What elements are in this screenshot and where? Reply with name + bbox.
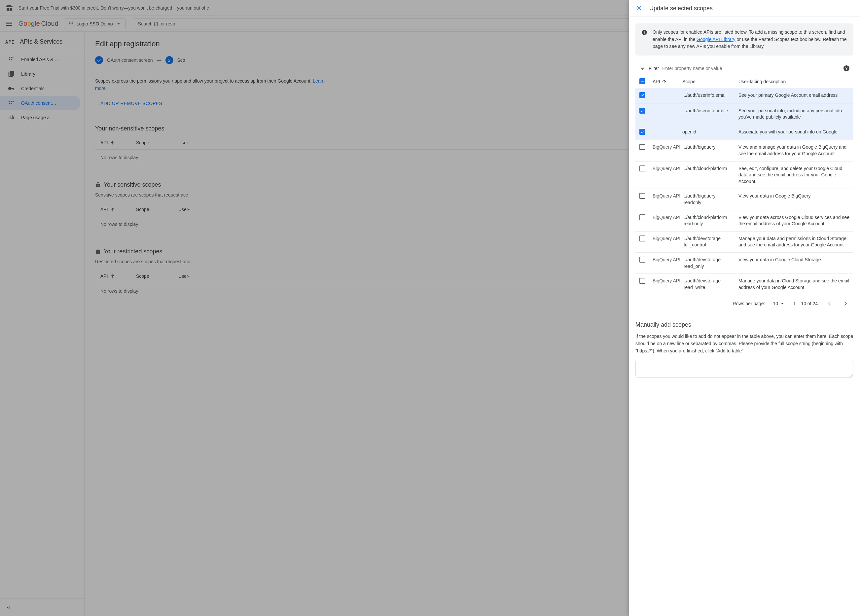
rpp-label: Rows per page: <box>733 301 765 306</box>
prev-page-button[interactable] <box>825 300 833 308</box>
chevron-down-icon <box>779 300 785 306</box>
scope-row: .../auth/userinfo.profileSee your person… <box>636 104 854 125</box>
scope-description: See your personal info, including any pe… <box>738 108 849 121</box>
rpp-select[interactable]: 10 <box>773 300 785 306</box>
scope-row: BigQuery API.../auth/bigqueryView and ma… <box>636 140 854 161</box>
scope-api: BigQuery API <box>653 257 682 263</box>
scope-path: .../auth/devstorage .full_control <box>682 236 738 248</box>
manual-scopes-textarea[interactable] <box>636 360 854 377</box>
scope-checkbox[interactable] <box>639 193 645 199</box>
scope-api: BigQuery API <box>653 236 682 242</box>
scope-description: Manage your data and permissions in Clou… <box>738 236 849 248</box>
scope-checkbox[interactable] <box>639 108 645 114</box>
scope-path: .../auth/userinfo.profile <box>682 108 738 114</box>
scope-api: BigQuery API <box>653 165 682 172</box>
filter-input[interactable] <box>662 66 840 71</box>
info-banner: Only scopes for enabled APIs are listed … <box>636 24 854 55</box>
help-icon[interactable]: ? <box>843 65 849 71</box>
scope-api: BigQuery API <box>653 278 682 284</box>
scope-path: .../auth/bigquery .readonly <box>682 193 738 206</box>
scope-path: .../auth/devstorage .read_write <box>682 278 738 291</box>
scope-path: openid <box>682 129 738 135</box>
scope-description: Manage your data in Cloud Storage and se… <box>738 278 849 291</box>
drawer-header: Update selected scopes <box>629 0 860 17</box>
scope-table: API Scope User-facing description .../au… <box>636 75 854 295</box>
scope-checkbox[interactable] <box>639 257 645 262</box>
scope-description: See your primary Google Account email ad… <box>738 92 849 99</box>
scope-row: BigQuery API.../auth/cloud-platform .rea… <box>636 211 854 231</box>
scope-api: BigQuery API <box>653 144 682 151</box>
api-library-link[interactable]: Google API Library <box>697 37 736 42</box>
scope-checkbox[interactable] <box>639 144 645 150</box>
manual-desc: If the scopes you would like to add do n… <box>636 333 854 354</box>
scope-path: .../auth/cloud-platform .read-only <box>682 214 738 227</box>
select-all-checkbox[interactable] <box>639 78 645 84</box>
scope-row: BigQuery API.../auth/devstorage .read_wr… <box>636 274 854 295</box>
scope-path: .../auth/devstorage .read_only <box>682 257 738 270</box>
scope-api: BigQuery API <box>653 193 682 200</box>
scope-description: View and manage your data in Google BigQ… <box>738 144 849 157</box>
scope-row: BigQuery API.../auth/devstorage .read_on… <box>636 253 854 274</box>
scope-checkbox[interactable] <box>639 165 645 171</box>
scope-row: .../auth/userinfo.emailSee your primary … <box>636 88 854 104</box>
drawer-title: Update selected scopes <box>649 5 713 12</box>
manual-title: Manually add scopes <box>636 321 854 328</box>
scope-checkbox[interactable] <box>639 92 645 98</box>
scope-description: View your data across Google Cloud servi… <box>738 214 849 227</box>
pagination: Rows per page: 10 1 – 10 of 24 <box>636 295 854 312</box>
info-icon <box>641 29 647 35</box>
scope-checkbox[interactable] <box>639 236 645 242</box>
scope-row: BigQuery API.../auth/cloud-platformSee, … <box>636 162 854 189</box>
scope-checkbox[interactable] <box>639 278 645 284</box>
filter-icon <box>639 65 645 71</box>
scope-path: .../auth/userinfo.email <box>682 92 738 99</box>
filter-label: Filter <box>649 66 659 71</box>
drawer-body: Only scopes for enabled APIs are listed … <box>629 17 860 616</box>
scope-checkbox[interactable] <box>639 214 645 220</box>
scope-checkbox[interactable] <box>639 129 645 135</box>
scope-api: BigQuery API <box>653 214 682 221</box>
scopes-drawer: Update selected scopes Only scopes for e… <box>629 0 860 616</box>
scope-description: See, edit, configure, and delete your Go… <box>738 165 849 185</box>
scope-description: View your data in Google BigQuery <box>738 193 849 200</box>
scope-path: .../auth/cloud-platform <box>682 165 738 172</box>
scope-table-head: API Scope User-facing description <box>636 75 854 88</box>
scope-row: BigQuery API.../auth/bigquery .readonlyV… <box>636 189 854 210</box>
scope-row: openidAssociate you with your personal i… <box>636 125 854 140</box>
scope-row: BigQuery API.../auth/devstorage .full_co… <box>636 231 854 253</box>
scope-description: View your data in Google Cloud Storage <box>738 257 849 263</box>
sort-icon[interactable] <box>662 79 667 84</box>
page-range: 1 – 10 of 24 <box>793 301 818 306</box>
scope-description: Associate you with your personal info on… <box>738 129 849 135</box>
scope-path: .../auth/bigquery <box>682 144 738 151</box>
manual-add-section: Manually add scopes If the scopes you wo… <box>636 321 854 379</box>
next-page-button[interactable] <box>841 300 849 308</box>
close-button[interactable] <box>636 5 643 12</box>
filter-bar: Filter ? <box>636 62 854 75</box>
